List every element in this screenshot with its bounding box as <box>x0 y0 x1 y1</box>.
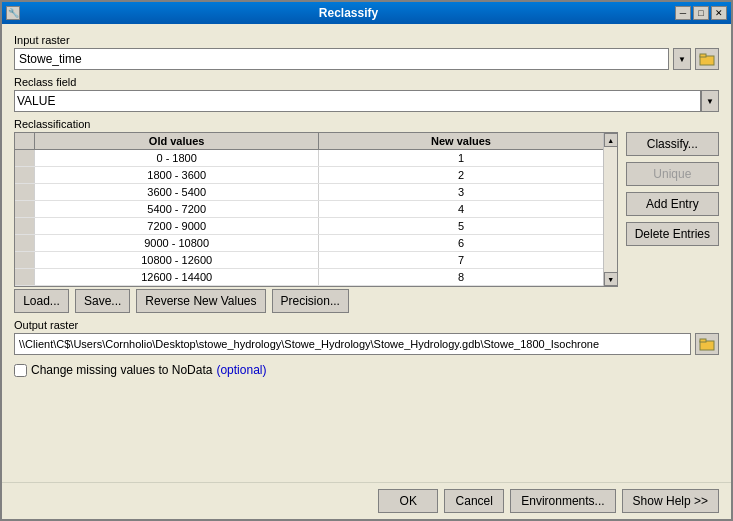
reclassification-section: Reclassification Old values New values <box>14 118 719 313</box>
output-raster-row <box>14 333 719 355</box>
cancel-button[interactable]: Cancel <box>444 489 504 513</box>
svg-rect-3 <box>700 339 706 342</box>
output-raster-input[interactable] <box>14 333 691 355</box>
missing-values-label: Change missing values to NoData <box>31 363 212 377</box>
title-bar: 🔧 Reclassify ─ □ ✕ <box>2 2 731 24</box>
reclass-field-arrow[interactable]: ▼ <box>701 90 719 112</box>
cell-old-value: 12600 - 14400 <box>35 269 319 285</box>
svg-rect-1 <box>700 54 706 57</box>
table-row[interactable]: 9000 - 10800 6 <box>15 235 603 252</box>
table-row[interactable]: 12600 - 14400 8 <box>15 269 603 286</box>
table-scrollbar[interactable]: ▲ ▼ <box>603 133 617 286</box>
row-selector <box>15 167 35 183</box>
reclass-table-wrapper: Old values New values 0 - 1800 1 1800 - … <box>14 132 618 287</box>
output-raster-label: Output raster <box>14 319 719 331</box>
window-controls: ─ □ ✕ <box>675 6 727 20</box>
cell-old-value: 10800 - 12600 <box>35 252 319 268</box>
ok-button[interactable]: OK <box>378 489 438 513</box>
reclassification-content: Old values New values 0 - 1800 1 1800 - … <box>14 132 719 287</box>
environments-button[interactable]: Environments... <box>510 489 615 513</box>
cell-old-value: 7200 - 9000 <box>35 218 319 234</box>
cell-old-value: 0 - 1800 <box>35 150 319 166</box>
input-raster-folder-button[interactable] <box>695 48 719 70</box>
row-selector <box>15 184 35 200</box>
cell-new-value: 3 <box>319 184 602 200</box>
reclassification-label: Reclassification <box>14 118 719 130</box>
row-selector <box>15 269 35 285</box>
missing-values-checkbox[interactable] <box>14 364 27 377</box>
table-row[interactable]: 3600 - 5400 3 <box>15 184 603 201</box>
cell-old-value: 9000 - 10800 <box>35 235 319 251</box>
cell-new-value: 4 <box>319 201 602 217</box>
reclass-field-row: VALUE ▼ <box>14 90 719 112</box>
scroll-track <box>604 147 617 272</box>
folder-icon <box>699 52 715 66</box>
input-raster-arrow[interactable]: ▼ <box>673 48 691 70</box>
col-old-header: Old values <box>35 133 319 149</box>
cell-old-value: 1800 - 3600 <box>35 167 319 183</box>
reverse-new-values-button[interactable]: Reverse New Values <box>136 289 265 313</box>
maximize-button[interactable]: □ <box>693 6 709 20</box>
unique-button[interactable]: Unique <box>626 162 719 186</box>
window-icon: 🔧 <box>6 6 20 20</box>
table-body[interactable]: 0 - 1800 1 1800 - 3600 2 3600 - 5400 3 5… <box>15 150 603 286</box>
input-raster-section: Input raster Stowe_time ▼ <box>14 34 719 70</box>
close-button[interactable]: ✕ <box>711 6 727 20</box>
minimize-button[interactable]: ─ <box>675 6 691 20</box>
missing-values-optional: (optional) <box>216 363 266 377</box>
add-entry-button[interactable]: Add Entry <box>626 192 719 216</box>
classify-button[interactable]: Classify... <box>626 132 719 156</box>
cell-new-value: 1 <box>319 150 602 166</box>
delete-entries-button[interactable]: Delete Entries <box>626 222 719 246</box>
reclass-table: Old values New values 0 - 1800 1 1800 - … <box>15 133 603 286</box>
load-button[interactable]: Load... <box>14 289 69 313</box>
cell-old-value: 5400 - 7200 <box>35 201 319 217</box>
input-raster-label: Input raster <box>14 34 719 46</box>
table-row[interactable]: 5400 - 7200 4 <box>15 201 603 218</box>
output-raster-folder-button[interactable] <box>695 333 719 355</box>
cell-new-value: 2 <box>319 167 602 183</box>
missing-values-row: Change missing values to NoData (optiona… <box>14 363 719 377</box>
save-button[interactable]: Save... <box>75 289 130 313</box>
table-row[interactable]: 7200 - 9000 5 <box>15 218 603 235</box>
footer: OK Cancel Environments... Show Help >> <box>2 482 731 519</box>
row-selector <box>15 218 35 234</box>
right-buttons-panel: Classify... Unique Add Entry Delete Entr… <box>626 132 719 287</box>
cell-new-value: 7 <box>319 252 602 268</box>
header-selector <box>15 133 35 149</box>
output-raster-section: Output raster <box>14 319 719 355</box>
table-row[interactable]: 10800 - 12600 7 <box>15 252 603 269</box>
reclass-field-label: Reclass field <box>14 76 719 88</box>
show-help-button[interactable]: Show Help >> <box>622 489 719 513</box>
window-title: Reclassify <box>22 6 675 20</box>
table-header: Old values New values <box>15 133 603 150</box>
output-folder-icon <box>699 337 715 351</box>
table-row[interactable]: 1800 - 3600 2 <box>15 167 603 184</box>
scroll-down-btn[interactable]: ▼ <box>604 272 618 286</box>
cell-new-value: 8 <box>319 269 602 285</box>
reclass-field-section: Reclass field VALUE ▼ <box>14 76 719 112</box>
row-selector <box>15 252 35 268</box>
bottom-buttons-row: Load... Save... Reverse New Values Preci… <box>14 289 719 313</box>
row-selector <box>15 201 35 217</box>
table-row[interactable]: 0 - 1800 1 <box>15 150 603 167</box>
row-selector <box>15 235 35 251</box>
cell-new-value: 5 <box>319 218 602 234</box>
reclassify-dialog: 🔧 Reclassify ─ □ ✕ Input raster Stowe_ti… <box>0 0 733 521</box>
reclass-field-dropdown[interactable]: VALUE <box>14 90 701 112</box>
precision-button[interactable]: Precision... <box>272 289 349 313</box>
cell-new-value: 6 <box>319 235 602 251</box>
input-raster-row: Stowe_time ▼ <box>14 48 719 70</box>
input-raster-dropdown[interactable]: Stowe_time <box>14 48 669 70</box>
row-selector <box>15 150 35 166</box>
cell-old-value: 3600 - 5400 <box>35 184 319 200</box>
scroll-up-btn[interactable]: ▲ <box>604 133 618 147</box>
col-new-header: New values <box>319 133 602 149</box>
dialog-content: Input raster Stowe_time ▼ Reclass field <box>2 24 731 482</box>
